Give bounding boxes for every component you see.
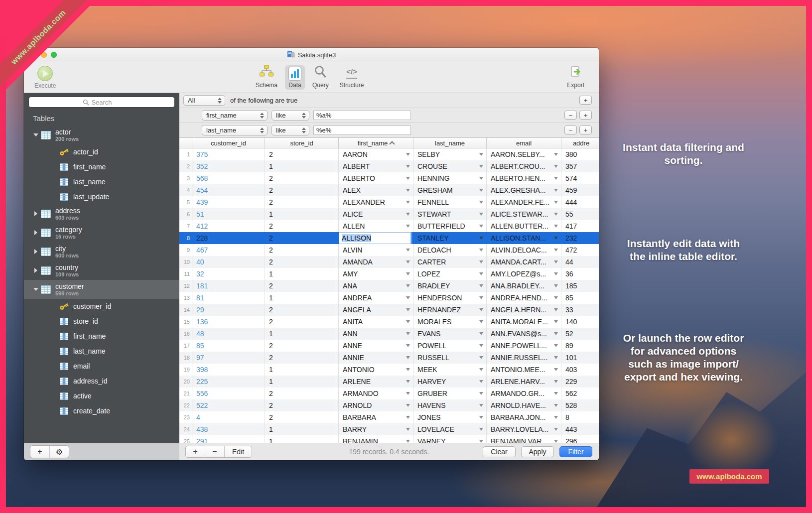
cell-last_name[interactable]: FENNELL	[413, 196, 487, 208]
cell-dropdown-icon[interactable]	[406, 380, 410, 383]
table-row[interactable]: 13752AARONSELBYAARON.SELBY...380	[179, 148, 599, 160]
cell-dropdown-icon[interactable]	[406, 392, 410, 395]
sidebar-table-actor[interactable]: actor200 rows	[24, 126, 179, 144]
cell-first_name[interactable]: ARMANDO	[339, 387, 413, 399]
cell-dropdown-icon[interactable]	[479, 249, 483, 252]
cell-addre[interactable]: 101	[561, 352, 599, 364]
row-number[interactable]: 22	[179, 399, 192, 411]
cell-first_name[interactable]: ALBERTO	[339, 172, 413, 184]
cell-dropdown-icon[interactable]	[554, 213, 558, 216]
row-number[interactable]: 1	[179, 148, 192, 160]
filter-button[interactable]: Filter	[559, 446, 592, 457]
cell-last_name[interactable]: MEEK	[413, 364, 487, 376]
cell-store_id[interactable]: 2	[265, 244, 339, 256]
cell-addre[interactable]: 403	[561, 364, 599, 376]
cell-first_name[interactable]: ANDREA	[339, 292, 413, 304]
cell-first_name[interactable]: ANN	[339, 328, 413, 340]
cell-first_name[interactable]: ALVIN	[339, 244, 413, 256]
cell-last_name[interactable]: POWELL	[413, 340, 487, 352]
cell-customer_id[interactable]: 32	[192, 268, 265, 280]
cell-addre[interactable]: 55	[561, 208, 599, 220]
cell-dropdown-icon[interactable]	[554, 177, 558, 180]
cell-addre[interactable]: 528	[561, 399, 599, 411]
table-row[interactable]: 74122ALLENBUTTERFIELDALLEN.BUTTER...417	[179, 220, 599, 232]
cell-customer_id[interactable]: 136	[192, 316, 265, 328]
cell-email[interactable]: BARBARA.JON...	[487, 411, 561, 423]
cell-customer_id[interactable]: 225	[192, 376, 265, 387]
disclosure-collapsed-icon[interactable]	[32, 211, 40, 216]
sidebar-table-address[interactable]: address603 rows	[24, 204, 179, 223]
row-number[interactable]: 15	[179, 316, 192, 328]
cell-customer_id[interactable]: 439	[192, 196, 265, 208]
cell-first_name[interactable]: ANGELA	[339, 304, 413, 316]
cell-email[interactable]: ALLEN.BUTTER...	[487, 220, 561, 232]
table-row[interactable]: 44542ALEXGRESHAMALEX.GRESHA...459	[179, 184, 599, 196]
cell-last_name[interactable]: EVANS	[413, 328, 487, 340]
cell-dropdown-icon[interactable]	[479, 272, 483, 275]
row-number[interactable]: 8	[179, 232, 192, 244]
column-header-customer_id[interactable]: customer_id	[192, 138, 265, 148]
cell-email[interactable]: ALBERTO.HEN...	[487, 172, 561, 184]
cell-first_name[interactable]: ANNIE	[339, 352, 413, 364]
cell-addre[interactable]: 232	[561, 232, 599, 244]
cell-addre[interactable]: 574	[561, 172, 599, 184]
rule-operator-popup[interactable]: like	[271, 110, 309, 121]
cell-store_id[interactable]: 2	[265, 148, 339, 160]
cell-last_name[interactable]: MORALES	[413, 316, 487, 328]
table-row[interactable]: 202251ARLENEHARVEYARLENE.HARV...229	[179, 376, 599, 387]
cell-last_name[interactable]: STANLEY	[413, 232, 487, 244]
cell-store_id[interactable]: 1	[265, 160, 339, 172]
cell-dropdown-icon[interactable]	[479, 308, 483, 311]
table-row[interactable]: 18972ANNIERUSSELLANNIE.RUSSEL...101	[179, 352, 599, 364]
cell-email[interactable]: AARON.SELBY...	[487, 148, 561, 160]
cell-last_name[interactable]: GRUBER	[413, 387, 487, 399]
cell-dropdown-icon[interactable]	[554, 284, 558, 287]
cell-last_name[interactable]: LOVELACE	[413, 423, 487, 435]
cell-store_id[interactable]: 2	[265, 256, 339, 268]
cell-addre[interactable]: 33	[561, 304, 599, 316]
rule-value-input[interactable]	[313, 126, 411, 135]
cell-dropdown-icon[interactable]	[479, 284, 483, 287]
cell-store_id[interactable]: 2	[265, 220, 339, 232]
cell-addre[interactable]: 52	[561, 328, 599, 340]
row-number[interactable]: 18	[179, 352, 192, 364]
add-table-button[interactable]: +	[30, 446, 50, 458]
cell-dropdown-icon[interactable]	[406, 320, 410, 323]
cell-dropdown-icon[interactable]	[554, 320, 558, 323]
cell-addre[interactable]: 380	[561, 148, 599, 160]
table-row[interactable]: 151362ANITAMORALESANITA.MORALE...140	[179, 316, 599, 328]
cell-dropdown-icon[interactable]	[406, 153, 410, 156]
cell-first_name[interactable]: ALLISON	[339, 232, 413, 244]
cell-last_name[interactable]: VARNEY	[413, 435, 487, 443]
cell-dropdown-icon[interactable]	[554, 344, 558, 347]
sidebar-column-create_date[interactable]: create_date	[24, 403, 179, 418]
cell-dropdown-icon[interactable]	[406, 428, 410, 431]
cell-addre[interactable]: 443	[561, 423, 599, 435]
column-header-email[interactable]: email	[487, 138, 561, 148]
cell-dropdown-icon[interactable]	[479, 213, 483, 216]
table-row[interactable]: 13811ANDREAHENDERSONANDREA.HEND...85	[179, 292, 599, 304]
disclosure-collapsed-icon[interactable]	[32, 268, 40, 273]
cell-dropdown-icon[interactable]	[406, 201, 410, 204]
cell-dropdown-icon[interactable]	[554, 356, 558, 359]
table-row[interactable]: 252911BENJAMINVARNEYBENJAMIN.VAR...296	[179, 435, 599, 443]
row-number[interactable]: 3	[179, 172, 192, 184]
cell-dropdown-icon[interactable]	[554, 225, 558, 228]
structure-tab[interactable]: </> Structure	[336, 65, 368, 90]
cell-dropdown-icon[interactable]	[406, 249, 410, 252]
cell-dropdown-icon[interactable]	[554, 308, 558, 311]
cell-dropdown-icon[interactable]	[554, 189, 558, 192]
cell-addre[interactable]: 459	[561, 184, 599, 196]
table-row[interactable]: 244381BARRYLOVELACEBARRY.LOVELA...443	[179, 423, 599, 435]
cell-dropdown-icon[interactable]	[479, 296, 483, 299]
cell-dropdown-icon[interactable]	[406, 189, 410, 192]
cell-addre[interactable]: 444	[561, 196, 599, 208]
cell-first_name[interactable]: ARLENE	[339, 376, 413, 387]
cell-dropdown-icon[interactable]	[554, 153, 558, 156]
match-type-popup[interactable]: All	[183, 95, 225, 106]
cell-dropdown-icon[interactable]	[479, 416, 483, 419]
cell-store_id[interactable]: 2	[265, 399, 339, 411]
cell-dropdown-icon[interactable]	[406, 213, 410, 216]
cell-dropdown-icon[interactable]	[406, 416, 410, 419]
row-number[interactable]: 17	[179, 340, 192, 352]
